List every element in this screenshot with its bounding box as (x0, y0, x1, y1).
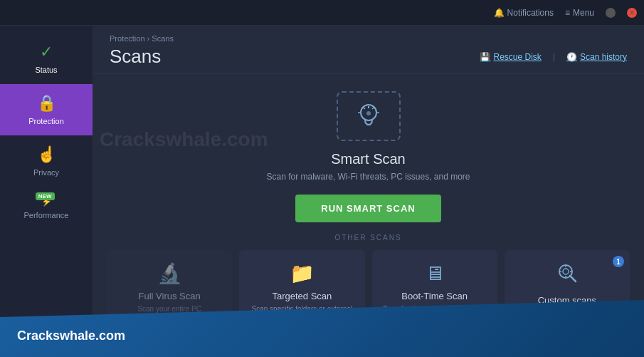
custom-scan-icon (556, 262, 579, 289)
title-bar: 🔔 Notifications ≡ Menu — ✕ (0, 0, 644, 26)
clock-icon: 🕐 (566, 52, 577, 62)
page-title: Scans (110, 46, 161, 68)
boot-scan-icon: 🖥 (425, 262, 445, 285)
breadcrumb-scans: Scans (152, 34, 174, 43)
svg-point-5 (366, 111, 371, 115)
svg-point-10 (563, 269, 569, 274)
run-smart-scan-button[interactable]: RUN SMART SCAN (295, 195, 440, 222)
lightbulb-icon (351, 98, 386, 134)
other-scans-label: OTHER SCANS (93, 234, 644, 242)
performance-icon-wrap: ⚡ NEW (41, 197, 52, 207)
bottom-banner-text: Crackswhale.com (17, 328, 125, 343)
sidebar-item-status[interactable]: ✓ Status (0, 33, 93, 84)
custom-badge: 1 (613, 256, 624, 267)
svg-line-4 (363, 107, 365, 109)
scan-history-button[interactable]: 🕐 Scan history (566, 52, 627, 62)
sidebar-item-protection[interactable]: 🔒 Protection (0, 84, 93, 135)
notifications-button[interactable]: 🔔 Notifications (494, 8, 554, 18)
page-title-row: Scans 💾 Rescue Disk | 🕐 Scan history (110, 46, 627, 68)
svg-line-3 (372, 107, 374, 109)
minimize-button[interactable]: — (606, 8, 616, 18)
menu-button[interactable]: ≡ Menu (565, 8, 594, 18)
virus-scan-icon: 🔬 (157, 262, 182, 285)
breadcrumb-separator: › (147, 34, 150, 43)
sidebar-item-privacy[interactable]: ☝ Privacy (0, 135, 93, 187)
hamburger-icon: ≡ (565, 8, 570, 18)
new-badge: NEW (36, 192, 55, 200)
sidebar-item-performance[interactable]: ⚡ NEW Performance (0, 187, 93, 229)
breadcrumb: Protection › Scans (110, 34, 627, 43)
title-bar-actions: 🔔 Notifications ≡ Menu — ✕ (494, 8, 637, 18)
scan-icon-container (337, 91, 401, 141)
svg-line-9 (570, 276, 576, 281)
lock-icon: 🔒 (37, 94, 56, 113)
close-button[interactable]: ✕ (627, 8, 637, 18)
header-actions: 💾 Rescue Disk | 🕐 Scan history (480, 52, 627, 62)
checkmark-icon: ✓ (40, 43, 53, 61)
targeted-scan-icon: 📁 (290, 262, 315, 285)
sidebar: ✓ Status 🔒 Protection ☝ Privacy ⚡ NEW Pe… (0, 26, 93, 357)
smart-scan-area: Smart Scan Scan for malware, Wi-Fi threa… (93, 74, 644, 234)
fingerprint-icon: ☝ (37, 145, 56, 164)
disk-icon: 💾 (480, 52, 490, 62)
actions-separator: | (553, 52, 555, 62)
bell-icon: 🔔 (494, 8, 505, 18)
smart-scan-title: Smart Scan (331, 151, 405, 167)
breadcrumb-protection[interactable]: Protection (110, 34, 145, 43)
smart-scan-description: Scan for malware, Wi-Fi threats, PC issu… (266, 172, 470, 182)
rescue-disk-button[interactable]: 💾 Rescue Disk (480, 52, 541, 62)
content-header: Protection › Scans Scans 💾 Rescue Disk |… (93, 26, 644, 74)
